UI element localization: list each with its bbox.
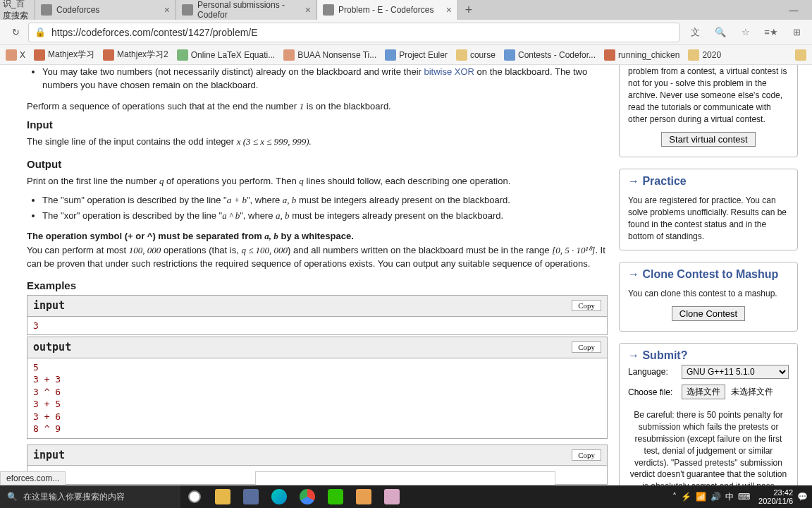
- example-label: input: [33, 298, 65, 314]
- bookmark-icon: [177, 49, 188, 61]
- file-explorer-icon[interactable]: [209, 485, 237, 508]
- file-label: Choose file:: [628, 387, 676, 397]
- copy-button[interactable]: Copy: [572, 449, 601, 461]
- tray-power-icon[interactable]: ⚡: [681, 492, 691, 502]
- bookmark-9[interactable]: 2020: [688, 49, 721, 61]
- tray-keyboard-icon[interactable]: ⌨: [738, 492, 750, 502]
- example-label: output: [33, 339, 71, 356]
- practice-text: You are registered for practice. You can…: [620, 188, 797, 249]
- favorite-icon[interactable]: ☆: [736, 23, 756, 42]
- language-label: Language:: [628, 367, 676, 377]
- separator-note: The operation symbol (+ or ^) must be se…: [27, 229, 608, 243]
- bookmark-2[interactable]: Mathjex学习2: [103, 49, 168, 61]
- tray-up-icon[interactable]: ˄: [672, 492, 677, 502]
- translate-icon[interactable]: ⽂: [685, 23, 705, 42]
- taskbar-clock[interactable]: 23:42 2020/11/6: [758, 488, 793, 505]
- tray-ime[interactable]: 中: [725, 491, 734, 503]
- taskbar-search[interactable]: 🔍 在这里输入你要搜索的内容: [0, 485, 180, 508]
- notifications-icon[interactable]: 💬: [797, 492, 808, 502]
- start-virtual-button[interactable]: Start virtual contest: [661, 132, 755, 147]
- close-icon[interactable]: ×: [446, 4, 452, 16]
- folder-icon: [795, 49, 806, 61]
- bookmark-icon: [103, 49, 114, 61]
- example-label: input: [33, 447, 65, 464]
- xor-op-bullet: The "xor" operation is described by the …: [42, 209, 608, 223]
- constraints-note: You can perform at most 100, 000 operati…: [27, 243, 608, 271]
- tab-label: Problem - E - Codeforces: [338, 5, 433, 15]
- virtual-text: seen these problems, a virtual contest i…: [628, 65, 787, 124]
- lock-icon: 🔒: [35, 27, 46, 37]
- tab-label: Codeforces: [56, 5, 99, 15]
- bookmark-4[interactable]: BUAA Nonsense Ti...: [283, 49, 376, 61]
- browser-tabs: 识_百度搜索 Codeforces× Personal submissions …: [0, 0, 812, 20]
- bitwise-xor-link[interactable]: bitwise XOR: [424, 66, 474, 77]
- perform-line: Perform a sequence of operations such th…: [27, 99, 608, 114]
- tab-label: Personal submissions - Codefor: [197, 0, 305, 20]
- system-tray: ˄ ⚡ 📶 🔊 中 ⌨ 23:42 2020/11/6 💬: [672, 488, 812, 505]
- url-input[interactable]: 🔒 https://codeforces.com/contest/1427/pr…: [28, 23, 679, 42]
- minimize-button[interactable]: —: [781, 2, 806, 18]
- tab-1[interactable]: Codeforces×: [35, 0, 176, 20]
- clone-box: → Clone Contest to Mashup You can clone …: [619, 262, 798, 332]
- tab-3[interactable]: Problem - E - Codeforces×: [317, 0, 458, 20]
- input-desc: The single line of the input contains th…: [27, 135, 608, 149]
- bookmark-overflow[interactable]: [795, 49, 806, 61]
- language-select[interactable]: GNU G++11 5.1.0: [682, 365, 789, 379]
- output-desc: Print on the first line the number q of …: [27, 174, 608, 188]
- url-text: https://codeforces.com/contest/1427/prob…: [51, 27, 258, 38]
- app-icon-2[interactable]: [350, 485, 378, 508]
- taskbar: 🔍 在这里输入你要搜索的内容 ˄ ⚡ 📶 🔊 中 ⌨ 23:42 2020/11…: [0, 485, 812, 508]
- bookmark-3[interactable]: Online LaTeX Equati...: [177, 49, 275, 61]
- tab-0[interactable]: 识_百度搜索: [0, 0, 35, 20]
- zoom-icon[interactable]: 🔍: [710, 23, 730, 42]
- site-icon: [323, 4, 334, 16]
- wechat-icon[interactable]: [321, 485, 350, 508]
- bookmark-1[interactable]: Mathjex学习: [34, 49, 94, 61]
- clone-button[interactable]: Clone Contest: [672, 306, 745, 321]
- sum-op-bullet: The "sum" operation is described by the …: [42, 193, 608, 207]
- copy-button[interactable]: Copy: [572, 341, 601, 353]
- edge-icon[interactable]: [265, 485, 293, 508]
- bookmark-7[interactable]: Contests - Codefor...: [504, 49, 596, 61]
- bullet-xor: You may take two numbers (not necessaril…: [42, 65, 608, 92]
- bookmark-6[interactable]: course: [456, 49, 496, 61]
- practice-title: → Practice: [620, 169, 797, 188]
- bookmark-icon: [34, 49, 45, 61]
- bookmark-icon: [604, 49, 615, 61]
- collections-icon[interactable]: ⊞: [787, 23, 806, 42]
- example-1-output: outputCopy 5 3 + 3 3 ^ 6 3 + 5 3 + 6 8 ^…: [27, 337, 608, 439]
- tray-network-icon[interactable]: 📶: [696, 492, 706, 502]
- input-title: Input: [27, 117, 608, 133]
- task-view-button[interactable]: [180, 485, 209, 508]
- reload-button[interactable]: ↻: [6, 23, 25, 42]
- favorites-list-icon[interactable]: ≡★: [761, 23, 781, 42]
- chrome-icon[interactable]: [293, 485, 321, 508]
- new-tab-button[interactable]: +: [458, 3, 479, 18]
- bookmark-5[interactable]: Project Euler: [385, 49, 448, 61]
- status-bar-link: eforces.com...: [0, 471, 66, 485]
- virtual-contest-box: seen these problems, a virtual contest i…: [619, 65, 798, 157]
- folder-icon: [456, 49, 467, 61]
- copy-button[interactable]: Copy: [572, 300, 601, 311]
- app-icon-1[interactable]: [237, 485, 265, 508]
- choose-file-button[interactable]: 选择文件: [682, 385, 725, 399]
- bookmark-icon: [6, 49, 17, 61]
- examples-title: Examples: [27, 278, 608, 294]
- close-icon[interactable]: ×: [164, 4, 170, 16]
- tab-2[interactable]: Personal submissions - Codefor×: [176, 0, 317, 20]
- file-status: 未选择文件: [731, 386, 773, 398]
- output-title: Output: [27, 157, 608, 173]
- sidebar: seen these problems, a virtual contest i…: [619, 65, 812, 485]
- site-icon: [182, 4, 193, 16]
- example-content: 5 3 + 3 3 ^ 6 3 + 5 3 + 6 8 ^ 9: [27, 358, 607, 438]
- submit-warning: Be careful: there is 50 points penalty f…: [620, 402, 797, 485]
- bookmark-8[interactable]: running_chicken: [604, 49, 679, 61]
- bookmark-icon: [283, 49, 295, 61]
- close-icon[interactable]: ×: [305, 4, 311, 16]
- tray-volume-icon[interactable]: 🔊: [710, 492, 721, 502]
- ime-candidate-bar: [255, 471, 555, 485]
- bookmarks-bar: X Mathjex学习 Mathjex学习2 Online LaTeX Equa…: [0, 45, 812, 65]
- submit-title: → Submit?: [620, 344, 797, 362]
- bookmark-0[interactable]: X: [6, 49, 25, 61]
- app-icon-3[interactable]: [378, 485, 406, 508]
